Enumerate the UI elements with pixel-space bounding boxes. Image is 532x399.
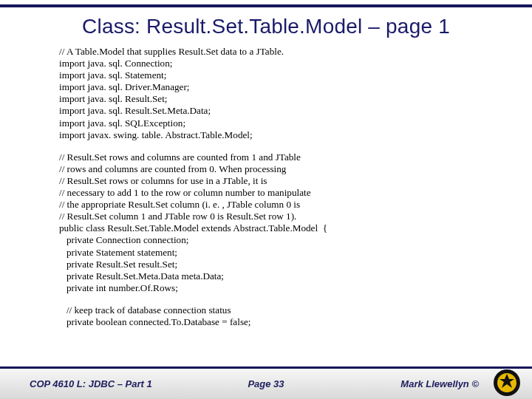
code-line: import java. sql. Result.Set.Meta.Data; [59, 105, 473, 117]
code-line: // necessary to add 1 to the row or colu… [59, 187, 473, 199]
code-line: // Result.Set rows or columns for use in… [59, 175, 473, 187]
code-line: // the appropriate Result.Set column (i.… [59, 199, 473, 211]
code-line: import java. sql. Connection; [59, 58, 473, 69]
footer-left: COP 4610 L: JDBC – Part 1 [30, 378, 152, 389]
slide-body: // A Table.Model that supplies Result.Se… [0, 43, 532, 399]
footer: COP 4610 L: JDBC – Part 1 Page 33 Mark L… [0, 366, 532, 399]
code-line: public class Result.Set.Table.Model exte… [59, 222, 473, 234]
code-line: import javax. swing. table. Abstract.Tab… [59, 129, 473, 141]
footer-center: Page 33 [248, 378, 284, 389]
code-line: import java. sql. Driver.Manager; [59, 81, 473, 93]
code-line: // rows and columns are counted from 0. … [59, 163, 473, 175]
code-line: import java. sql. Statement; [59, 69, 473, 81]
code-line: // Result.Set column 1 and JTable row 0 … [59, 211, 473, 222]
slide: Class: Result.Set.Table.Model – page 1 /… [0, 0, 532, 399]
ucf-logo-icon [492, 368, 522, 398]
code-block-3: // keep track of database connection sta… [59, 304, 473, 328]
code-block-1: // A Table.Model that supplies Result.Se… [59, 46, 473, 141]
code-line: import java. sql. Result.Set; [59, 93, 473, 105]
code-line: private Connection connection; [59, 234, 473, 246]
code-block-2: // Result.Set rows and columns are count… [59, 151, 473, 294]
code-line: import java. sql. SQLException; [59, 117, 473, 129]
footer-bar: COP 4610 L: JDBC – Part 1 Page 33 Mark L… [0, 369, 532, 399]
code-line: // Result.Set rows and columns are count… [59, 151, 473, 163]
title-wrap: Class: Result.Set.Table.Model – page 1 [0, 7, 532, 43]
code-line: private int number.Of.Rows; [59, 282, 473, 294]
code-line: // keep track of database connection sta… [59, 304, 473, 316]
code-line: private Result.Set.Meta.Data meta.Data; [59, 270, 473, 282]
footer-right: Mark Llewellyn © [400, 378, 479, 389]
code-line: private boolean connected.To.Database = … [59, 316, 473, 328]
code-line: private Result.Set result.Set; [59, 259, 473, 270]
code-line: private Statement statement; [59, 247, 473, 259]
page-title: Class: Result.Set.Table.Model – page 1 [15, 15, 517, 38]
code-line: // A Table.Model that supplies Result.Se… [59, 46, 473, 58]
